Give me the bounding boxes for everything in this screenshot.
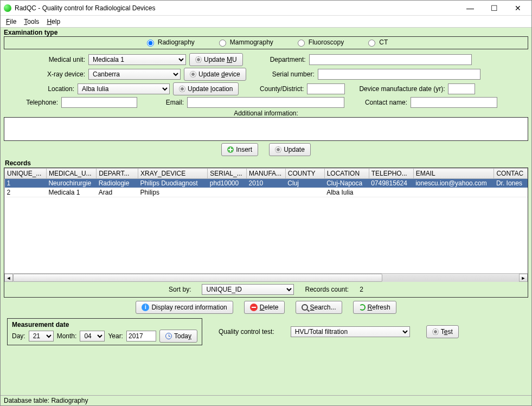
close-button[interactable]: ✕	[511, 4, 525, 12]
refresh-button[interactable]: Refresh	[353, 301, 396, 314]
column-header[interactable]: TELEPHO...	[369, 169, 413, 179]
sort-by-select[interactable]: UNIQUE_ID	[202, 284, 294, 295]
medical-unit-select[interactable]: Medicala 1	[88, 54, 186, 65]
radio-mammography-input[interactable]	[219, 40, 226, 47]
medical-unit-label: Medical unit:	[4, 56, 85, 63]
display-record-button[interactable]: iDisplay record information	[136, 301, 233, 314]
serial-input[interactable]	[318, 69, 480, 80]
test-button[interactable]: Test	[426, 325, 459, 338]
gear-icon	[432, 328, 439, 335]
scroll-track[interactable]	[13, 274, 519, 282]
records-table[interactable]: UNIQUE_...MEDICAL_U...DEPART...XRAY_DEVI…	[4, 168, 528, 197]
gear-icon	[275, 146, 281, 153]
telephone-input[interactable]	[61, 97, 137, 108]
app-window: RadQC - Quality control for Radiological…	[0, 0, 532, 406]
year-label: Year:	[108, 332, 123, 340]
horizontal-scrollbar[interactable]: ◄ ►	[4, 273, 528, 282]
status-bar: Database table: Radiography	[1, 395, 531, 405]
scroll-right-arrow[interactable]: ►	[519, 274, 528, 282]
minimize-button[interactable]: —	[463, 4, 477, 12]
table-cell: Philips	[138, 188, 208, 197]
xray-label: X-ray device:	[4, 70, 85, 78]
radio-fluoroscopy-input[interactable]	[298, 40, 305, 47]
gear-icon	[190, 71, 196, 78]
table-cell: 1	[5, 179, 47, 188]
search-button[interactable]: Search...	[296, 301, 342, 314]
update-button[interactable]: Update	[269, 143, 311, 156]
window-title: RadQC - Quality control for Radiological…	[15, 4, 155, 12]
column-header[interactable]: MANUFA...	[247, 169, 286, 179]
location-label: Location:	[4, 85, 74, 93]
plus-icon	[227, 146, 234, 153]
table-cell: ionescu.ion@yahoo.com	[413, 179, 494, 188]
table-cell: Neurochirurgie	[46, 179, 96, 188]
maximize-button[interactable]: ☐	[487, 4, 501, 12]
department-input[interactable]	[309, 54, 472, 65]
menu-help[interactable]: Help	[47, 18, 60, 25]
radio-radiography-input[interactable]	[147, 40, 154, 47]
table-cell: 2010	[247, 179, 286, 188]
update-device-button[interactable]: Update device	[184, 68, 246, 81]
table-cell: Philips Duodiagnost	[138, 179, 208, 188]
table-cell: 0749815624	[369, 179, 413, 188]
contact-label: Contact name:	[353, 99, 407, 106]
table-cell	[494, 188, 528, 197]
additional-textarea[interactable]	[4, 117, 528, 141]
update-mu-button[interactable]: Update MU	[189, 53, 243, 66]
column-header[interactable]: UNIQUE_...	[5, 169, 47, 179]
contact-input[interactable]	[411, 97, 497, 108]
table-cell: Alba Iulia	[324, 188, 369, 197]
table-cell	[208, 188, 247, 197]
radio-ct[interactable]: CT	[366, 38, 388, 47]
column-header[interactable]: DEPART...	[97, 169, 138, 179]
xray-select[interactable]: Canberra	[88, 69, 181, 80]
column-header[interactable]: EMAIL	[413, 169, 494, 179]
scroll-thumb[interactable]	[13, 274, 382, 282]
radio-ct-input[interactable]	[368, 40, 375, 47]
email-label: Email:	[151, 99, 184, 106]
mfg-date-input[interactable]	[448, 83, 475, 94]
search-icon	[302, 304, 308, 311]
insert-button[interactable]: Insert	[221, 143, 258, 156]
clock-icon	[165, 333, 172, 339]
refresh-icon	[359, 304, 366, 311]
day-select[interactable]: 21	[29, 331, 54, 341]
menubar: File Tools Help	[1, 16, 531, 28]
table-cell	[285, 188, 324, 197]
email-input[interactable]	[187, 97, 344, 108]
location-select[interactable]: Alba Iulia	[78, 83, 170, 94]
column-header[interactable]: CONTAC	[494, 169, 528, 179]
scroll-left-arrow[interactable]: ◄	[4, 274, 13, 282]
delete-icon	[250, 304, 258, 311]
qc-test-label: Quality control test:	[219, 328, 274, 336]
measurement-date-legend: Measurement date	[12, 321, 197, 328]
table-row[interactable]: 2Medicala 1AradPhilipsAlba Iulia	[5, 188, 528, 197]
qc-test-select[interactable]: HVL/Total filtration	[291, 326, 410, 337]
update-location-button[interactable]: Update location	[173, 82, 239, 95]
menu-file[interactable]: File	[6, 18, 16, 25]
column-header[interactable]: MEDICAL_U...	[46, 169, 96, 179]
table-cell	[247, 188, 286, 197]
menu-tools[interactable]: Tools	[24, 18, 39, 25]
column-header[interactable]: LOCATION	[324, 169, 369, 179]
table-row[interactable]: 1NeurochirurgieRadiologiePhilips Duodiag…	[5, 179, 528, 188]
today-button[interactable]: Today	[159, 330, 197, 343]
column-header[interactable]: XRAY_DEVICE	[138, 169, 208, 179]
records-table-wrap: UNIQUE_...MEDICAL_U...DEPART...XRAY_DEVI…	[4, 168, 528, 273]
county-input[interactable]	[307, 83, 345, 94]
radio-radiography[interactable]: Radiography	[144, 38, 195, 47]
column-header[interactable]: SERIAL_...	[208, 169, 247, 179]
column-header[interactable]: COUNTY	[285, 169, 324, 179]
gear-icon	[179, 86, 185, 92]
radio-fluoroscopy[interactable]: Fluoroscopy	[295, 38, 344, 47]
table-cell: 2	[5, 188, 47, 197]
year-input[interactable]	[126, 331, 156, 341]
department-label: Department:	[257, 56, 306, 63]
radio-mammography[interactable]: Mammography	[216, 38, 273, 47]
delete-button[interactable]: Delete	[244, 301, 285, 314]
month-select[interactable]: 04	[80, 331, 105, 341]
gear-icon	[195, 56, 202, 63]
app-icon	[4, 4, 11, 12]
county-label: County/District:	[249, 85, 304, 93]
table-cell: Medicala 1	[46, 188, 96, 197]
